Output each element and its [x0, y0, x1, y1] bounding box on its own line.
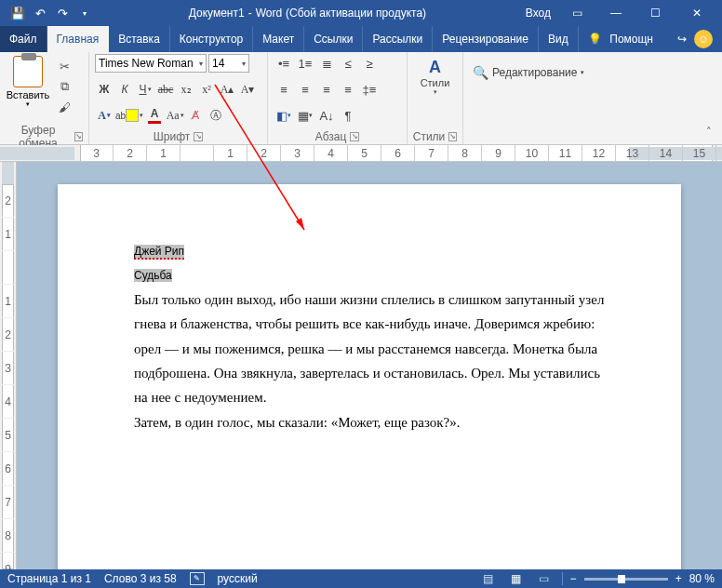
page-indicator[interactable]: Страница 1 из 1 — [7, 572, 91, 585]
change-case-button[interactable]: Aa▾ — [166, 106, 184, 125]
horizontal-ruler[interactable]: ⌐ 3211234567891011121314151617 — [0, 145, 722, 162]
tab-file[interactable]: Файл — [0, 26, 47, 52]
font-size-combo[interactable]: 14▾ — [208, 54, 249, 73]
show-marks-button[interactable]: ¶ — [338, 106, 358, 125]
bold-button[interactable]: Ж — [95, 80, 114, 99]
title-bar: 💾 ↶ ↷ ▾ Документ1 - Word (Сбой активации… — [0, 0, 722, 26]
format-painter-button[interactable]: 🖌 — [54, 99, 74, 115]
justify-button[interactable]: ≡ — [338, 80, 358, 99]
window-title: Документ1 - Word (Сбой активации продукт… — [95, 7, 520, 20]
styles-dialog-launcher[interactable]: ↘ — [448, 132, 457, 141]
tab-references[interactable]: Ссылки — [304, 26, 363, 52]
group-clipboard: Вставить ▾ ✂ ⧉ 🖌 Буфер обмена↘ — [0, 52, 89, 144]
align-left-button[interactable]: ≡ — [274, 80, 294, 99]
font-name-combo[interactable]: Times New Roman▾ — [95, 54, 207, 73]
undo-button[interactable]: ↶ — [30, 3, 50, 23]
clear-format-button[interactable]: A̸ — [186, 106, 205, 125]
italic-button[interactable]: К — [115, 80, 134, 99]
shading-button[interactable]: ◧▾ — [274, 106, 294, 125]
phonetic-guide-button[interactable]: Ⓐ — [207, 106, 225, 125]
bullets-button[interactable]: •≡ — [274, 54, 294, 73]
styles-button[interactable]: A Стили ▾ — [418, 58, 453, 95]
quick-access-toolbar: 💾 ↶ ↷ ▾ — [0, 3, 95, 23]
font-dialog-launcher[interactable]: ↘ — [194, 132, 203, 141]
read-mode-button[interactable]: ▤ — [478, 571, 499, 586]
shrink-font-button[interactable]: A▾ — [238, 80, 257, 99]
doc-title-line[interactable]: Джей Рип — [134, 238, 666, 262]
find-button[interactable]: 🔍 Редактирование ▾ — [469, 54, 588, 80]
tab-home[interactable]: Главная — [47, 26, 110, 52]
window-controls: Вход ▭ — ☐ ✕ — [520, 0, 722, 26]
ribbon-tabs: Файл Главная Вставка Конструктор Макет С… — [0, 26, 722, 52]
ribbon: Вставить ▾ ✂ ⧉ 🖌 Буфер обмена↘ Times New… — [0, 52, 722, 145]
numbering-button[interactable]: 1≡ — [295, 54, 315, 73]
login-button[interactable]: Вход — [520, 0, 556, 26]
subscript-button[interactable]: x₂ — [177, 80, 195, 99]
zoom-slider[interactable] — [584, 578, 668, 581]
spellcheck-icon[interactable]: ✎ — [190, 572, 205, 585]
close-button[interactable]: ✕ — [675, 0, 718, 26]
web-layout-button[interactable]: ▭ — [534, 571, 555, 586]
group-styles: A Стили ▾ Стили↘ — [408, 52, 463, 144]
underline-button[interactable]: Ч▾ — [136, 80, 154, 99]
cut-button[interactable]: ✂ — [54, 58, 74, 74]
decrease-indent-button[interactable]: ≤ — [338, 54, 358, 73]
word-count[interactable]: Слово 3 из 58 — [104, 572, 177, 585]
paste-button[interactable]: Вставить ▾ — [6, 54, 50, 108]
page[interactable]: Джей Рип Судьба Был только один выход, и… — [58, 184, 681, 569]
paragraph-dialog-launcher[interactable]: ↘ — [350, 132, 359, 141]
font-color-button[interactable]: A — [145, 106, 164, 125]
vertical-ruler[interactable]: 2112345678910 — [0, 162, 17, 569]
clipboard-dialog-launcher[interactable]: ↘ — [74, 132, 83, 141]
zoom-in-button[interactable]: + — [675, 572, 682, 585]
doc-name: Документ1 — [189, 7, 245, 20]
paste-icon — [13, 56, 43, 87]
doc-subtitle-line[interactable]: Судьба — [134, 262, 666, 287]
strike-button[interactable]: abc — [156, 80, 175, 99]
search-icon: 🔍 — [473, 65, 488, 80]
zoom-out-button[interactable]: − — [570, 572, 577, 585]
doc-body-1[interactable]: Был только один выход, ибо наши жизни сп… — [134, 287, 608, 410]
tell-me-input[interactable]: Помощн — [609, 33, 653, 46]
status-bar: Страница 1 из 1 Слово 3 из 58 ✎ русский … — [0, 569, 722, 588]
tab-design[interactable]: Конструктор — [170, 26, 253, 52]
doc-body-2[interactable]: Затем, в один голос, мы сказали: «Может,… — [134, 410, 608, 434]
tab-review[interactable]: Рецензирование — [433, 26, 539, 52]
tell-me-icon: 💡 — [588, 33, 602, 46]
grow-font-button[interactable]: A▴ — [218, 80, 236, 99]
ribbon-display-options[interactable]: ▭ — [558, 0, 595, 26]
highlight-button[interactable]: ab▾ — [115, 106, 143, 125]
text-effects-button[interactable]: A▾ — [95, 106, 114, 125]
sort-button[interactable]: A↓ — [316, 106, 337, 125]
maximize-button[interactable]: ☐ — [636, 0, 674, 26]
document-area[interactable]: Джей Рип Судьба Был только один выход, и… — [17, 162, 722, 569]
tab-view[interactable]: Вид — [539, 26, 579, 52]
workspace: 2112345678910 Джей Рип Судьба Был только… — [0, 162, 722, 569]
group-paragraph: •≡ 1≡ ≣ ≤ ≥ ≡ ≡ ≡ ≡ ‡≡ ◧▾ ▦▾ A↓ ¶ Абзац↘ — [268, 52, 408, 144]
line-spacing-button[interactable]: ‡≡ — [359, 80, 380, 99]
save-button[interactable]: 💾 — [7, 3, 28, 23]
minimize-button[interactable]: — — [597, 0, 635, 26]
multilevel-button[interactable]: ≣ — [316, 54, 337, 73]
group-font: Times New Roman▾ 14▾ Ж К Ч▾ abc x₂ x² A▴… — [89, 52, 268, 144]
activation-status: (Сбой активации продукта) — [286, 7, 426, 20]
zoom-level[interactable]: 80 % — [689, 572, 715, 585]
tab-layout[interactable]: Макет — [253, 26, 304, 52]
print-layout-button[interactable]: ▦ — [506, 571, 527, 586]
tab-mailings[interactable]: Рассылки — [363, 26, 433, 52]
borders-button[interactable]: ▦▾ — [295, 106, 315, 125]
qat-customize[interactable]: ▾ — [74, 3, 95, 23]
account-icon[interactable]: ☺ — [694, 30, 713, 48]
tab-insert[interactable]: Вставка — [109, 26, 170, 52]
align-right-button[interactable]: ≡ — [316, 80, 337, 99]
align-center-button[interactable]: ≡ — [295, 80, 315, 99]
redo-button[interactable]: ↷ — [52, 3, 73, 23]
collapse-ribbon-button[interactable]: ˄ — [702, 126, 716, 140]
group-editing: 🔍 Редактирование ▾ — [463, 52, 575, 144]
increase-indent-button[interactable]: ≥ — [359, 54, 380, 73]
share-button[interactable]: ↪ — [677, 33, 687, 46]
language-indicator[interactable]: русский — [218, 572, 258, 585]
superscript-button[interactable]: x² — [197, 80, 216, 99]
app-name: Word — [256, 7, 282, 20]
copy-button[interactable]: ⧉ — [54, 78, 74, 95]
